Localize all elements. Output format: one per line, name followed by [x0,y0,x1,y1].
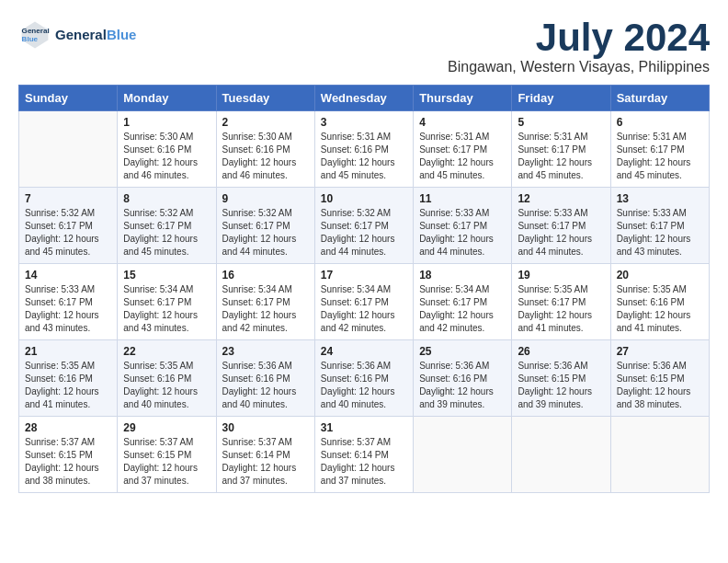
calendar-cell: 24Sunrise: 5:36 AMSunset: 6:16 PMDayligh… [314,340,413,417]
calendar-cell: 18Sunrise: 5:34 AMSunset: 6:17 PMDayligh… [414,264,512,340]
calendar-cell [414,417,512,493]
day-number: 12 [518,192,604,205]
week-row-2: 7Sunrise: 5:32 AMSunset: 6:17 PMDaylight… [19,188,710,264]
calendar-cell: 5Sunrise: 5:31 AMSunset: 6:17 PMDaylight… [512,111,610,188]
day-number: 23 [222,345,309,358]
day-number: 24 [321,345,407,358]
day-number: 13 [617,192,703,205]
day-info: Sunrise: 5:34 AMSunset: 6:17 PMDaylight:… [321,283,407,335]
day-info: Sunrise: 5:37 AMSunset: 6:14 PMDaylight:… [321,436,407,488]
weekday-header-thursday: Thursday [414,86,512,111]
weekday-header-sunday: Sunday [19,86,118,111]
day-info: Sunrise: 5:35 AMSunset: 6:16 PMDaylight:… [617,283,703,335]
day-number: 10 [321,192,407,205]
day-number: 29 [123,421,210,434]
day-number: 26 [518,345,604,358]
calendar-cell: 4Sunrise: 5:31 AMSunset: 6:17 PMDaylight… [414,111,512,188]
calendar-cell: 30Sunrise: 5:37 AMSunset: 6:14 PMDayligh… [216,417,314,493]
day-number: 30 [222,421,309,434]
day-number: 20 [617,269,703,282]
title-area: July 2024 Bingawan, Western Visayas, Phi… [448,18,710,75]
day-number: 5 [518,116,604,129]
weekday-header-tuesday: Tuesday [216,86,314,111]
day-info: Sunrise: 5:33 AMSunset: 6:17 PMDaylight:… [419,207,506,259]
calendar-cell: 9Sunrise: 5:32 AMSunset: 6:17 PMDaylight… [216,188,314,264]
day-number: 11 [419,192,506,205]
day-info: Sunrise: 5:32 AMSunset: 6:17 PMDaylight:… [123,207,210,259]
calendar-cell: 28Sunrise: 5:37 AMSunset: 6:15 PMDayligh… [19,417,118,493]
weekday-header-saturday: Saturday [610,86,709,111]
day-number: 21 [25,345,111,358]
week-row-4: 21Sunrise: 5:35 AMSunset: 6:16 PMDayligh… [19,340,710,417]
day-number: 14 [25,269,111,282]
day-info: Sunrise: 5:37 AMSunset: 6:15 PMDaylight:… [123,436,210,488]
day-number: 28 [25,421,111,434]
day-info: Sunrise: 5:35 AMSunset: 6:17 PMDaylight:… [518,283,604,335]
calendar-cell: 14Sunrise: 5:33 AMSunset: 6:17 PMDayligh… [19,264,118,340]
weekday-header-monday: Monday [118,86,216,111]
day-info: Sunrise: 5:36 AMSunset: 6:15 PMDaylight:… [617,360,703,411]
day-number: 2 [222,116,309,129]
day-info: Sunrise: 5:35 AMSunset: 6:16 PMDaylight:… [25,360,111,411]
day-number: 3 [321,116,407,129]
svg-text:Blue: Blue [22,35,39,43]
week-row-5: 28Sunrise: 5:37 AMSunset: 6:15 PMDayligh… [19,417,710,493]
day-info: Sunrise: 5:34 AMSunset: 6:17 PMDaylight:… [123,283,210,335]
day-info: Sunrise: 5:34 AMSunset: 6:17 PMDaylight:… [222,283,309,335]
day-info: Sunrise: 5:31 AMSunset: 6:17 PMDaylight:… [419,131,506,182]
calendar-cell: 23Sunrise: 5:36 AMSunset: 6:16 PMDayligh… [216,340,314,417]
calendar-cell: 3Sunrise: 5:31 AMSunset: 6:16 PMDaylight… [314,111,413,188]
calendar-cell: 29Sunrise: 5:37 AMSunset: 6:15 PMDayligh… [118,417,216,493]
calendar-table: SundayMondayTuesdayWednesdayThursdayFrid… [18,85,710,493]
calendar-cell: 16Sunrise: 5:34 AMSunset: 6:17 PMDayligh… [216,264,314,340]
day-number: 25 [419,345,506,358]
day-number: 18 [419,269,506,282]
day-number: 15 [123,269,210,282]
day-number: 27 [617,345,703,358]
calendar-cell: 8Sunrise: 5:32 AMSunset: 6:17 PMDaylight… [118,188,216,264]
calendar-cell: 27Sunrise: 5:36 AMSunset: 6:15 PMDayligh… [610,340,709,417]
logo-text: GeneralBlue [55,27,136,43]
week-row-3: 14Sunrise: 5:33 AMSunset: 6:17 PMDayligh… [19,264,710,340]
calendar-cell: 11Sunrise: 5:33 AMSunset: 6:17 PMDayligh… [414,188,512,264]
calendar-cell [19,111,118,188]
calendar-cell: 20Sunrise: 5:35 AMSunset: 6:16 PMDayligh… [610,264,709,340]
logo-icon: General Blue [18,18,51,52]
calendar-cell: 31Sunrise: 5:37 AMSunset: 6:14 PMDayligh… [314,417,413,493]
day-info: Sunrise: 5:36 AMSunset: 6:15 PMDaylight:… [518,360,604,411]
day-number: 7 [25,192,111,205]
week-row-1: 1Sunrise: 5:30 AMSunset: 6:16 PMDaylight… [19,111,710,188]
calendar-cell: 13Sunrise: 5:33 AMSunset: 6:17 PMDayligh… [610,188,709,264]
day-info: Sunrise: 5:33 AMSunset: 6:17 PMDaylight:… [518,207,604,259]
day-info: Sunrise: 5:32 AMSunset: 6:17 PMDaylight:… [321,207,407,259]
day-info: Sunrise: 5:34 AMSunset: 6:17 PMDaylight:… [419,283,506,335]
day-number: 6 [617,116,703,129]
calendar-cell: 19Sunrise: 5:35 AMSunset: 6:17 PMDayligh… [512,264,610,340]
day-number: 4 [419,116,506,129]
day-number: 1 [123,116,210,129]
location-subtitle: Bingawan, Western Visayas, Philippines [448,59,710,75]
day-info: Sunrise: 5:36 AMSunset: 6:16 PMDaylight:… [321,360,407,411]
day-info: Sunrise: 5:30 AMSunset: 6:16 PMDaylight:… [222,131,309,182]
day-info: Sunrise: 5:31 AMSunset: 6:17 PMDaylight:… [617,131,703,182]
calendar-cell: 2Sunrise: 5:30 AMSunset: 6:16 PMDaylight… [216,111,314,188]
calendar-cell: 25Sunrise: 5:36 AMSunset: 6:16 PMDayligh… [414,340,512,417]
day-number: 31 [321,421,407,434]
calendar-cell: 17Sunrise: 5:34 AMSunset: 6:17 PMDayligh… [314,264,413,340]
day-info: Sunrise: 5:31 AMSunset: 6:16 PMDaylight:… [321,131,407,182]
calendar-cell: 12Sunrise: 5:33 AMSunset: 6:17 PMDayligh… [512,188,610,264]
weekday-header-row: SundayMondayTuesdayWednesdayThursdayFrid… [19,86,710,111]
weekday-header-friday: Friday [512,86,610,111]
calendar-cell: 1Sunrise: 5:30 AMSunset: 6:16 PMDaylight… [118,111,216,188]
day-info: Sunrise: 5:32 AMSunset: 6:17 PMDaylight:… [222,207,309,259]
calendar-cell: 15Sunrise: 5:34 AMSunset: 6:17 PMDayligh… [118,264,216,340]
day-number: 17 [321,269,407,282]
day-number: 22 [123,345,210,358]
day-number: 19 [518,269,604,282]
day-number: 8 [123,192,210,205]
day-info: Sunrise: 5:33 AMSunset: 6:17 PMDaylight:… [617,207,703,259]
logo: General Blue GeneralBlue [18,18,136,52]
calendar-cell: 10Sunrise: 5:32 AMSunset: 6:17 PMDayligh… [314,188,413,264]
page-header: General Blue GeneralBlue July 2024 Binga… [18,18,710,75]
day-info: Sunrise: 5:36 AMSunset: 6:16 PMDaylight:… [222,360,309,411]
